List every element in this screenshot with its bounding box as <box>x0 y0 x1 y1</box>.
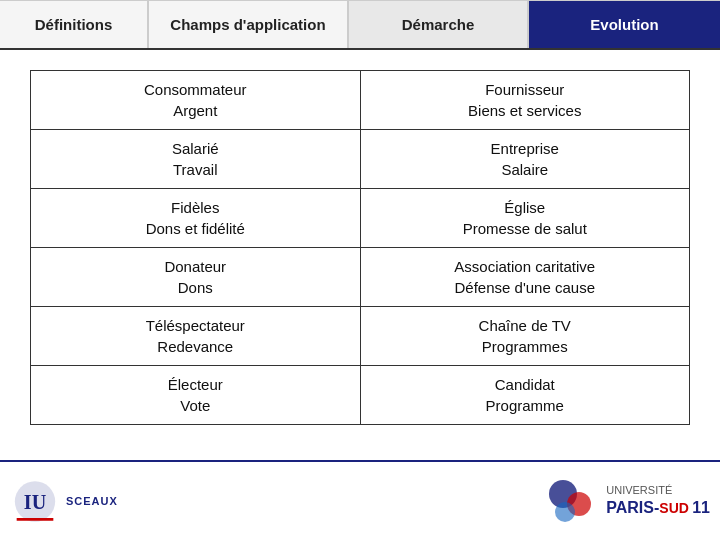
table-cell-right: Association caritativeDéfense d'une caus… <box>360 248 690 307</box>
svg-rect-2 <box>17 518 54 521</box>
table-cell-left: DonateurDons <box>31 248 361 307</box>
svg-text:IU: IU <box>24 490 47 512</box>
tab-champs[interactable]: Champs d'application <box>148 0 348 48</box>
table-cell-right: FournisseurBiens et services <box>360 71 690 130</box>
table-cell-left: SalariéTravail <box>31 130 361 189</box>
table-cell-left: TéléspectateurRedevance <box>31 307 361 366</box>
tab-evolution[interactable]: Evolution <box>528 0 720 48</box>
table-row: DonateurDonsAssociation caritativeDéfens… <box>31 248 690 307</box>
sud-label: SUD <box>659 500 689 516</box>
table-row: ConsommateurArgentFournisseurBiens et se… <box>31 71 690 130</box>
footer: IU SCEAUX UNIVERSITÉ PARIS-SUD 11 <box>0 460 720 540</box>
table-cell-right: Chaîne de TVProgrammes <box>360 307 690 366</box>
table-cell-left: FidèlesDons et fidélité <box>31 189 361 248</box>
tab-demarche-label: Démarche <box>402 16 475 33</box>
nav-tabs: Définitions Champs d'application Démarch… <box>0 0 720 50</box>
table-row: SalariéTravailEntrepriseSalaire <box>31 130 690 189</box>
logo-paris-sud: UNIVERSITÉ PARIS-SUD 11 <box>543 474 710 529</box>
table-cell-right: ÉglisePromesse de salut <box>360 189 690 248</box>
sceaux-icon: IU <box>10 474 60 529</box>
content-table: ConsommateurArgentFournisseurBiens et se… <box>30 70 690 425</box>
number-label: 11 <box>692 499 710 516</box>
table-row: ÉlecteurVoteCandidatProgramme <box>31 366 690 425</box>
table-cell-right: EntrepriseSalaire <box>360 130 690 189</box>
tab-definitions-label: Définitions <box>35 16 113 33</box>
paris-sud-icon <box>543 474 598 529</box>
table-cell-left: ÉlecteurVote <box>31 366 361 425</box>
main-content: ConsommateurArgentFournisseurBiens et se… <box>0 50 720 435</box>
table-cell-right: CandidatProgramme <box>360 366 690 425</box>
tab-evolution-label: Evolution <box>590 16 658 33</box>
tab-champs-label: Champs d'application <box>170 16 325 33</box>
tab-demarche[interactable]: Démarche <box>348 0 528 48</box>
table-row: TéléspectateurRedevanceChaîne de TVProgr… <box>31 307 690 366</box>
paris-label: PARIS- <box>606 499 659 516</box>
tab-definitions[interactable]: Définitions <box>0 0 148 48</box>
table-cell-left: ConsommateurArgent <box>31 71 361 130</box>
sceaux-label: SCEAUX <box>66 495 118 507</box>
paris-sud-text: UNIVERSITÉ PARIS-SUD 11 <box>606 483 710 518</box>
logo-sceaux: IU SCEAUX <box>10 474 118 529</box>
universite-label: UNIVERSITÉ <box>606 483 710 497</box>
table-row: FidèlesDons et fidélitéÉglisePromesse de… <box>31 189 690 248</box>
svg-point-5 <box>555 502 575 522</box>
